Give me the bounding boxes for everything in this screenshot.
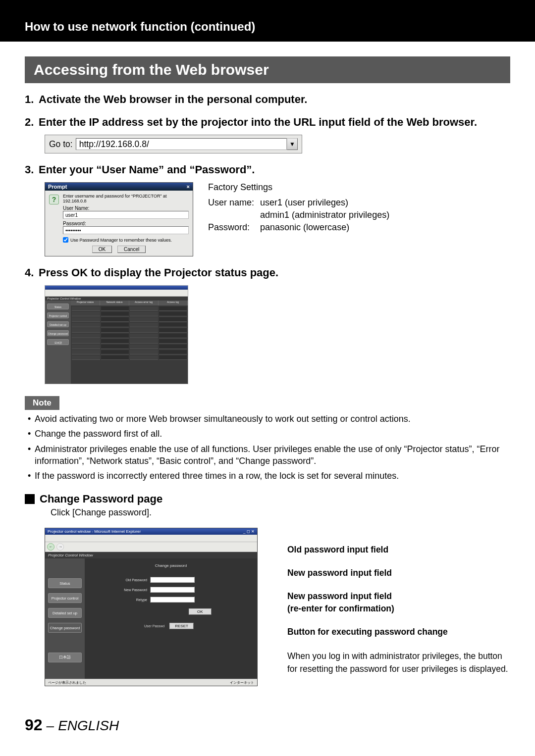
reset-label: User Passwd <box>144 624 164 628</box>
reset-button[interactable]: RESET <box>169 623 194 629</box>
sidebar-item[interactable]: Status <box>47 303 69 309</box>
password-label: Password: <box>63 221 189 226</box>
step-num: 3. <box>25 163 39 176</box>
url-bar: Go to: ▼ <box>45 135 302 153</box>
sidebar-item[interactable]: Projector control <box>47 312 69 318</box>
step-num: 4. <box>25 266 39 279</box>
forward-icon[interactable]: → <box>56 543 64 551</box>
note-list: Avoid activating two or more Web browser… <box>28 413 510 482</box>
sidebar-item-projector-control[interactable]: Projector control <box>48 593 82 603</box>
old-password-label: Old Password <box>117 578 147 582</box>
content-area: 1. Activate the Web browser in the perso… <box>0 93 535 706</box>
status-main: Projector status Network status Access e… <box>71 301 188 384</box>
callout-labels: Old password input field New password in… <box>287 528 510 675</box>
subsection-heading: Change Password page <box>25 493 510 505</box>
factory-user-label: User name: <box>208 197 260 209</box>
main-panel: Change password Old Password New Passwor… <box>85 558 257 686</box>
win-toolbar <box>45 290 188 297</box>
step-num: 1. <box>25 93 39 106</box>
factory-user-value2: admin1 (administrator privileges) <box>260 209 395 221</box>
status-sidebar: Status Projector control Detailed set up… <box>45 301 71 384</box>
sidebar-item-change-password[interactable]: Change password <box>48 623 82 633</box>
step-text: Press OK to display the Projector status… <box>39 266 510 279</box>
label-note: When you log in with administrator privi… <box>287 650 510 675</box>
tab[interactable]: Network status <box>100 301 129 305</box>
status-screenshot: Projector Control Window Status Projecto… <box>45 285 188 384</box>
square-bullet-icon <box>25 494 35 504</box>
factory-user-value: user1 (user privileges) <box>260 197 395 209</box>
remember-checkbox[interactable] <box>63 237 68 243</box>
language: ENGLISH <box>58 718 119 734</box>
url-dropdown-icon[interactable]: ▼ <box>287 138 298 150</box>
top-band: How to use network function (continued) <box>0 0 535 42</box>
remember-label: Use Password Manager to remember these v… <box>70 238 172 243</box>
tab[interactable]: Access error log <box>129 301 159 305</box>
new-password-label: New Password <box>117 588 147 592</box>
page: How to use network function (continued) … <box>0 0 535 754</box>
note-item: If the password is incorrectly entered t… <box>28 470 510 482</box>
back-icon[interactable]: ← <box>47 543 54 551</box>
label-re2: (re-enter for confirmation) <box>287 604 510 614</box>
step-text: Activate the Web browser in the personal… <box>39 93 510 106</box>
ok-button[interactable]: OK <box>189 608 212 615</box>
main-heading: Accessing from the Web browser <box>25 56 510 83</box>
step-2: 2. Enter the IP address set by the proje… <box>25 116 510 153</box>
password-input[interactable] <box>63 226 189 234</box>
cancel-button[interactable]: Cancel <box>117 246 146 253</box>
old-password-input[interactable] <box>150 577 195 583</box>
sidebar: Status Projector control Detailed set up… <box>45 558 85 686</box>
close-icon[interactable]: × <box>187 184 190 190</box>
dialog-titlebar: Prompt × <box>45 183 193 191</box>
dash: – <box>47 718 54 734</box>
page-number: 92 <box>25 716 43 734</box>
step-num: 2. <box>25 116 39 129</box>
note-item: Avoid activating two or more Web browser… <box>28 413 510 425</box>
win-controls-icon: _ ◻ ✕ <box>243 529 255 534</box>
sidebar-item-detailed-setup[interactable]: Detailed set up <box>48 608 82 618</box>
sidebar-item[interactable]: Detailed set up <box>47 321 69 327</box>
subsection-title: Change Password page <box>40 493 162 505</box>
panel-heading: Change password <box>85 558 257 573</box>
step-text: Enter the IP address set by the projecto… <box>39 116 510 129</box>
step-1: 1. Activate the Web browser in the perso… <box>25 93 510 106</box>
factory-settings: Factory Settings User name: user1 (user … <box>208 182 395 234</box>
retype-label: Retype <box>117 598 147 602</box>
new-password-input[interactable] <box>150 587 195 593</box>
sidebar-item[interactable]: Change password <box>47 330 69 336</box>
label-new: New password input field <box>287 568 510 578</box>
ok-button[interactable]: OK <box>92 246 112 253</box>
app-title: Projector Control Window <box>45 297 188 301</box>
section-title: How to use network function (continued) <box>25 20 510 34</box>
tab[interactable]: Projector status <box>71 301 100 305</box>
url-input[interactable] <box>76 138 287 150</box>
footer: 92 – ENGLISH <box>0 706 535 754</box>
factory-pass-value: panasonic (lowercase) <box>260 221 395 234</box>
win-titlebar: Projector control window - Microsoft Int… <box>45 528 257 535</box>
win-title: Projector control window - Microsoft Int… <box>48 529 141 534</box>
label-btn: Button for executing password change <box>287 627 510 637</box>
win-titlebar <box>45 286 188 290</box>
app-title: Projector Control Window <box>45 552 257 558</box>
change-password-screenshot: Projector control window - Microsoft Int… <box>45 528 258 686</box>
sidebar-item-japanese[interactable]: 日本語 <box>48 653 82 662</box>
retype-input[interactable] <box>150 597 195 603</box>
sidebar-item[interactable]: 日本語 <box>47 339 69 345</box>
tab[interactable]: Access log <box>159 301 188 305</box>
factory-pass-label: Password: <box>208 221 260 234</box>
dialog-message: Enter username and password for “PROJECT… <box>63 194 189 203</box>
toolbar: ← → <box>45 542 257 552</box>
auth-prompt-dialog: Prompt × ? Enter username and password f… <box>45 182 193 256</box>
step-4: 4. Press OK to display the Projector sta… <box>25 266 510 384</box>
username-label: User Name: <box>63 205 189 211</box>
note-item: Administrator privileges enable the use … <box>28 443 510 467</box>
question-icon: ? <box>49 195 59 204</box>
status-tabs: Projector status Network status Access e… <box>71 301 188 305</box>
label-old: Old password input field <box>287 545 510 555</box>
sidebar-item-status[interactable]: Status <box>48 578 82 588</box>
click-instruction: Click [Change password]. <box>51 507 510 518</box>
username-input[interactable] <box>63 211 189 219</box>
step-text: Enter your “User Name” and “Password”. <box>39 163 510 176</box>
status-right: インターネット <box>230 680 254 685</box>
step-3: 3. Enter your “User Name” and “Password”… <box>25 163 510 256</box>
url-label: Go to: <box>49 139 73 150</box>
